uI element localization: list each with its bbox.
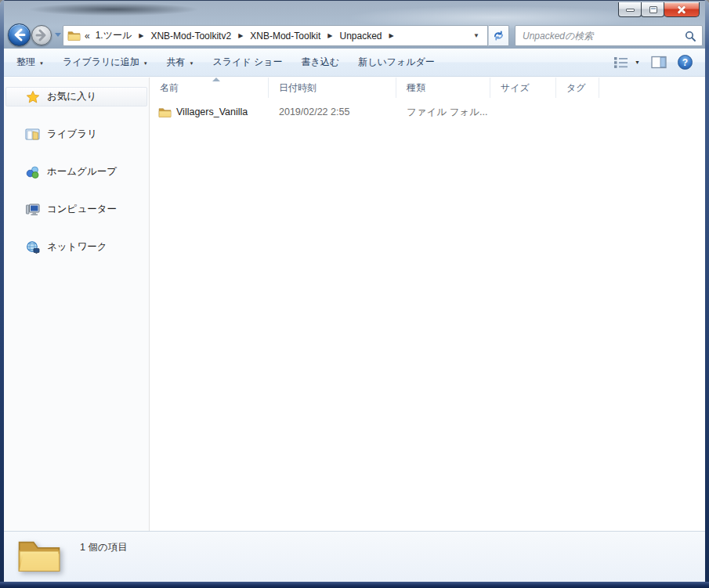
preview-pane-icon [651,56,667,69]
breadcrumb-separator-icon[interactable]: ▶ [324,32,336,39]
toolbar-item-label: 整理 [16,56,35,69]
close-icon [676,4,687,15]
search-box [515,25,703,46]
window-controls [619,2,700,17]
file-row-villagers-vanilla[interactable]: Villagers_Vanilla 2019/02/22 2:55 ファイル フ… [150,103,705,121]
chevron-down-icon: ▼ [143,60,148,66]
toolbar-item-slideshow[interactable]: スライド ショー [204,52,292,73]
maximize-button[interactable] [641,2,664,17]
window-frame-bottom [0,582,709,588]
window-frame-right [705,0,709,588]
folder-icon-large [16,535,62,575]
explorer-window: « 1.ツール ▶ XNB-Mod-Toolkitv2 ▶ XNB-Mod-To… [0,0,709,588]
toolbar-item-label: 共有 [167,56,186,69]
file-name: Villagers_Vanilla [176,106,248,117]
network-icon [25,240,40,254]
help-icon: ? [678,55,693,70]
file-type-cell: ファイル フォル... [396,106,490,119]
chevron-down-icon: ▼ [190,60,194,66]
help-button[interactable]: ? [678,55,693,70]
search-input[interactable] [515,31,683,41]
toolbar-item-label: 書き込む [302,56,340,69]
toolbar-item-label: 新しいフォルダー [358,56,435,69]
chevron-down-icon: ▼ [39,60,44,66]
breadcrumb-segment[interactable]: XNB-Mod-Toolkitv2 [147,27,234,45]
forward-arrow-icon [32,26,51,45]
column-header-name[interactable]: 名前 [150,78,269,98]
preview-pane-button[interactable] [651,56,667,69]
column-header-type[interactable]: 種類 [396,78,490,98]
homegroup-icon [25,164,40,179]
star-icon [25,89,40,104]
back-button[interactable] [8,23,31,46]
chevron-down-icon: ▼ [629,60,640,65]
forward-button[interactable] [31,25,52,45]
toolbar-item-label: スライド ショー [213,56,283,69]
libraries-icon [25,127,40,142]
window-frame-left [0,0,4,588]
toolbar-item-share[interactable]: 共有 ▼ [157,52,204,73]
column-header-tags[interactable]: タグ [556,78,599,98]
back-arrow-icon [9,24,30,45]
navigation-pane: お気に入り ライブラリ ホームグループ [4,78,150,531]
command-toolbar: 整理 ▼ ライブラリに追加 ▼ 共有 ▼ スライド ショー 書き込む 新しいフォ… [4,49,705,77]
sidebar-item-label: ライブラリ [47,128,97,141]
address-bar[interactable]: « 1.ツール ▶ XNB-Mod-Toolkitv2 ▶ XNB-Mod-To… [63,25,488,46]
views-button[interactable]: ▼ [613,56,640,69]
column-header-size[interactable]: サイズ [490,78,556,98]
sort-ascending-icon [212,78,220,81]
address-dropdown-icon[interactable]: ▼ [468,32,484,39]
item-count-label: 1 個の項目 [80,541,128,554]
folder-icon [67,30,81,41]
toolbar-item-organize[interactable]: 整理 ▼ [7,52,53,73]
toolbar-item-label: ライブラリに追加 [63,56,139,69]
breadcrumb-overflow-chevron[interactable]: « [81,31,92,41]
breadcrumb-separator-icon[interactable]: ▶ [385,32,398,39]
minimize-icon [626,9,635,12]
file-date-cell: 2019/02/22 2:55 [269,106,396,117]
sidebar-item-homegroup[interactable]: ホームグループ [5,162,147,182]
search-icon[interactable] [683,31,702,41]
sidebar-item-libraries[interactable]: ライブラリ [5,124,147,144]
sidebar-item-computer[interactable]: コンピューター [5,200,147,219]
breadcrumb-separator-icon[interactable]: ▶ [234,32,247,39]
column-headers: 名前 日付時刻 種類 サイズ タグ [150,78,705,98]
file-list-pane: 名前 日付時刻 種類 サイズ タグ Villagers_Vanilla 2019… [150,78,705,531]
toolbar-item-new-folder[interactable]: 新しいフォルダー [349,52,444,73]
breadcrumb-segment[interactable]: 1.ツール [92,27,136,45]
refresh-icon [493,30,505,41]
details-pane: 1 個の項目 [4,531,705,582]
column-header-date[interactable]: 日付時刻 [269,78,396,98]
breadcrumb-segment[interactable]: XNB-Mod-Toolkit [247,27,324,45]
sidebar-item-network[interactable]: ネットワーク [5,237,147,257]
folder-icon [158,106,172,118]
toolbar-right-icons: ▼ ? [613,55,702,70]
sidebar-item-label: お気に入り [47,90,96,103]
refresh-button[interactable] [488,25,509,46]
toolbar-item-add-to-library[interactable]: ライブラリに追加 ▼ [53,52,157,73]
sidebar-item-favorites[interactable]: お気に入り [5,87,147,106]
sidebar-item-label: コンピューター [47,203,117,216]
sidebar-item-label: ネットワーク [47,240,107,254]
breadcrumb-separator-icon[interactable]: ▶ [135,32,147,39]
file-name-cell: Villagers_Vanilla [150,106,269,118]
views-icon [613,56,629,69]
toolbar-item-burn[interactable]: 書き込む [292,52,349,73]
minimize-button[interactable] [618,2,642,17]
maximize-icon [649,6,657,13]
sidebar-item-label: ホームグループ [47,165,117,179]
computer-icon [25,202,40,217]
close-button[interactable] [664,2,700,17]
recent-pages-dropdown[interactable] [55,33,61,37]
breadcrumb-segment[interactable]: Unpacked [336,27,385,45]
